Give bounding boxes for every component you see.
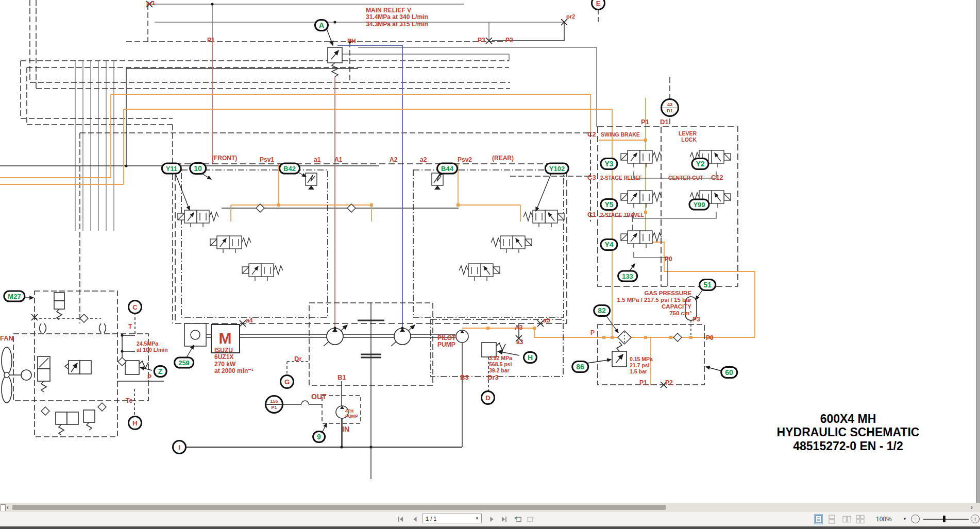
annotation-22: A1 [334, 157, 342, 163]
annotation-1: MAIN RELIEF V 31.4MPa at 340 L/min 34.3M… [366, 7, 428, 28]
component-tag-51: 51 [699, 279, 716, 291]
annotation-47: Dr3 [487, 374, 499, 382]
previous-view-button[interactable] [514, 515, 522, 523]
annotation-48: OUT [311, 393, 327, 401]
zoom-level-value[interactable]: 100% [876, 516, 892, 523]
drawing-title-block: 600X4 MHHYDRAULIC SCHEMATIC48515272-0 EN… [777, 412, 920, 453]
annotation-27: GAS PRESSURE 1.5 MPa / 217.5 psi / 15 ba… [617, 290, 691, 317]
single-page-layout-button[interactable] [814, 514, 823, 524]
next-page-icon [487, 515, 496, 523]
pdf-viewer-window: AY1110B42B44Y102Y3Y2Y5Y99Y413351828660M2… [0, 0, 980, 529]
title-line-2: HYDRAULIC SCHEMATIC [777, 425, 920, 439]
port-circle-g-2: G [280, 374, 294, 389]
component-tag-y2: Y2 [691, 158, 709, 170]
component-tag-133: 133 [617, 270, 638, 282]
annotation-35: T [128, 323, 132, 330]
annotation-49: 4TH PUMP [345, 409, 358, 419]
port-circle-i-4: I [172, 440, 187, 454]
annotation-45: B1 [337, 374, 346, 382]
annotation-46: B3 [460, 374, 469, 382]
page-number-value: 1 / 1 [426, 516, 436, 522]
annotation-53: M [219, 330, 232, 347]
page-number-field[interactable]: 1 / 1 ▼ [422, 514, 482, 523]
annotation-50: IN [342, 425, 349, 434]
component-tag-y3: Y3 [600, 158, 618, 170]
annotation-19: (FRONT) [212, 155, 237, 162]
window-bottom-edge [0, 526, 980, 529]
annotation-0: pr1 [146, 0, 155, 6]
component-tag-b42: B42 [279, 163, 300, 175]
title-line-1: 600X4 MH [777, 412, 920, 425]
next-view-button[interactable] [527, 515, 535, 523]
annotation-3: PH [347, 38, 356, 45]
split-circle-43: 43D1 [661, 98, 679, 117]
horizontal-scrollbar-thumb[interactable] [12, 505, 666, 510]
zoom-out-button[interactable]: − [911, 515, 920, 523]
scroll-right-arrow[interactable]: › [971, 503, 973, 511]
annotation-4: P3 [478, 37, 485, 44]
annotation-20: Psv1 [260, 157, 274, 163]
annotation-31: 0.15 MPa 21.7 psi 1.5 bar [630, 356, 653, 374]
component-tag-86: 86 [571, 361, 589, 373]
last-page-icon [500, 515, 508, 523]
component-tag-y102: Y102 [545, 163, 569, 175]
next-page-button[interactable] [487, 515, 496, 523]
port-circle-h-5: H [128, 416, 142, 430]
annotation-15: C12 [711, 174, 723, 182]
page-field-caret-icon[interactable]: ▼ [475, 516, 479, 521]
annotation-8: D1 [660, 118, 669, 126]
last-page-button[interactable] [500, 515, 508, 523]
document-page: AY1110B42B44Y102Y3Y2Y5Y99Y413351828660M2… [0, 0, 976, 503]
previous-page-button[interactable] [411, 515, 419, 523]
annotation-44: Dr [294, 355, 301, 363]
annotation-39: a4 [246, 317, 252, 324]
scroll-left-arrow[interactable]: ‹ [7, 503, 9, 511]
component-tag-m27: M27 [3, 291, 25, 302]
zoom-slider-handle[interactable] [943, 516, 945, 522]
annotation-43: 3.92 MPa 568.5 psi 39.2 bar [489, 355, 512, 373]
annotation-10: SWING BRAKE [601, 132, 640, 138]
two-page-continuous-layout-button[interactable] [856, 514, 865, 524]
zoom-in-button[interactable]: + [971, 515, 979, 523]
title-line-3: 48515272-0 EN - 1/2 [777, 439, 920, 453]
component-tag-a: A [314, 19, 329, 31]
annotation-51: PILOT PUMP [437, 335, 455, 349]
annotation-36: 24.5MPa at 100 L/min [137, 341, 168, 353]
continuous-layout-button[interactable] [827, 514, 836, 524]
annotation-32: P1 [639, 380, 647, 386]
annotation-17: 2-STAGE TRAVEL [600, 212, 644, 218]
first-page-button[interactable] [397, 515, 405, 523]
annotation-41: A3 [515, 325, 522, 331]
annotation-12: C3 [587, 174, 596, 182]
annotation-38: Tc [126, 398, 132, 404]
vertical-scrollbar[interactable] [976, 0, 980, 503]
annotation-42: a3 [516, 339, 523, 346]
component-tag-h: H [523, 351, 537, 364]
component-tag-b44: B44 [436, 163, 458, 175]
annotation-24: a2 [420, 157, 427, 163]
component-tag-y99: Y99 [688, 199, 709, 211]
annotation-6: pr2 [566, 13, 575, 20]
port-circle-d-3: D [481, 390, 495, 405]
annotation-23: A2 [390, 157, 397, 163]
horizontal-scrollbar[interactable]: ‹ › [0, 503, 980, 511]
annotation-52: ISUZU 6UZ1X 270 kW at 2000 min⁻¹ [214, 347, 254, 375]
annotation-14: CENTER CUT [668, 175, 703, 181]
two-page-layout-button[interactable] [842, 514, 851, 524]
annotation-13: 2-STAGE RELIEF [600, 175, 642, 181]
viewer-status-toolbar: 1 / 1 ▼ [0, 511, 980, 527]
component-tag-60: 60 [720, 366, 738, 379]
annotation-30: P0 [706, 335, 714, 342]
zoom-dropdown-caret-icon[interactable]: ▼ [903, 517, 907, 521]
pane-splitter-grip[interactable] [1, 504, 6, 511]
component-tag-10: 10 [189, 162, 207, 175]
zoom-slider-track[interactable] [923, 519, 969, 520]
annotation-18: P0 [665, 256, 672, 263]
annotation-21: a1 [314, 157, 320, 163]
component-tag-y4: Y4 [600, 238, 618, 251]
single-page-layout-icon [815, 515, 822, 523]
continuous-layout-icon [829, 515, 835, 524]
annotation-9: C2 [587, 131, 596, 139]
annotation-29: P [590, 330, 595, 336]
annotation-7: P1 [641, 118, 649, 126]
